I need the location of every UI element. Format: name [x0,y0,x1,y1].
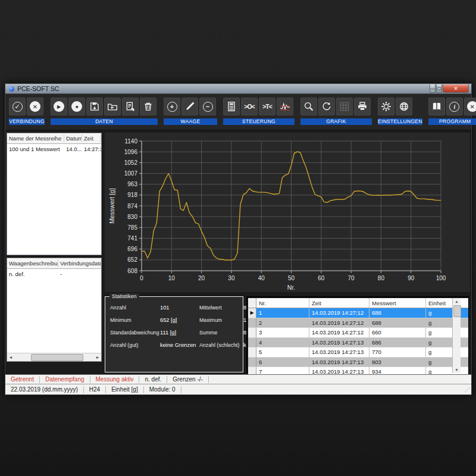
exit-button[interactable]: ✕ [464,98,476,115]
signal-icon [280,101,290,112]
table-row[interactable]: ▶114.03.2019 14:27:12688g [248,308,469,318]
svg-text:785: 785 [127,224,137,231]
row-selector[interactable] [248,367,256,375]
stop-icon: ■ [71,101,82,112]
add-icon: + [167,102,177,112]
connect-icon: ✓ [12,102,23,112]
col-verbindungsdaten[interactable]: Verbindungsdaten [58,259,101,267]
svg-text:40: 40 [258,275,265,281]
edit-button[interactable] [181,98,198,115]
info-icon: i [449,102,459,112]
toolbar-group-grafik: GRAFIK [300,98,372,125]
table-row[interactable]: 514.03.2019 14:27:13770g [248,347,469,358]
table-col-nr[interactable]: Nr. [256,298,309,308]
scroll-right-icon[interactable]: ► [94,354,101,361]
app-icon [9,86,14,92]
svg-text:10: 10 [168,275,176,281]
status-bar-settings: 22.03.2019 (dd.mm.yyyy)H24Einheit [g]Mod… [5,384,471,394]
title-bar[interactable]: PCE-SOFT SC —▢✕ [5,84,471,94]
stop-button[interactable]: ■ [68,98,85,115]
scale-list-item[interactable]: n. def.- [7,269,101,278]
scroll-down-icon[interactable]: ▼ [453,367,461,373]
table-col-zeit[interactable]: Zeit [309,298,369,308]
y-axis-label: Messwert [g] [108,188,115,224]
chart-svg: 1140109610521007963918874830785741696652… [105,133,470,292]
svg-text:830: 830 [127,214,137,220]
svg-text:1140: 1140 [124,138,137,145]
remove-button[interactable]: − [199,98,216,115]
print-button[interactable] [354,98,371,115]
row-selector[interactable] [248,337,256,347]
svg-text:918: 918 [127,192,137,198]
refresh-button[interactable] [318,98,335,115]
start-button[interactable]: ▶ [51,98,67,115]
col-datum[interactable]: Datum [64,134,82,142]
save-button[interactable] [86,98,103,115]
col-waagenbeschreibung[interactable]: Waagenbeschreibung [7,259,58,267]
signal-button[interactable] [277,98,293,115]
col-name-der-messreihe[interactable]: Name der Messreihe [7,134,64,142]
disconnect-button[interactable]: ✕ [27,98,43,115]
calculator-button[interactable] [223,98,240,115]
grid-button[interactable] [336,98,353,115]
table-col-einheit[interactable]: Einheit [426,298,469,308]
scale-list[interactable]: Waagenbeschreibung Verbindungsdaten n. d… [7,258,102,362]
manual-button[interactable] [428,98,445,115]
vertical-scrollbar[interactable]: ▲ ▼ [452,298,461,373]
tare-button[interactable]: >T< [259,98,275,115]
row-selector-header [248,298,256,308]
zoom-button[interactable] [300,98,317,115]
series-list-item[interactable]: 100 und 1 Messwert14.0...14:27:10 [7,144,101,154]
row-selector[interactable] [248,347,256,358]
col-zeit[interactable]: Zeit [82,134,101,142]
horizontal-scrollbar[interactable]: ◄ ► [7,353,101,361]
table-row[interactable]: 714.03.2019 14:27:13934g [248,367,469,375]
maximize-button[interactable]: ▢ [436,84,442,93]
table-row[interactable]: 214.03.2019 14:27:12688g [248,318,469,328]
series-list[interactable]: Name der Messreihe Datum Zeit 100 und 1 … [7,133,102,255]
row-selector[interactable]: ▶ [248,308,256,318]
row-selector[interactable] [248,328,256,338]
stat-label: Summe [199,330,243,336]
scrollbar-thumb[interactable] [453,305,461,317]
table-row[interactable]: 314.03.2019 14:27:12660g [248,328,469,338]
scroll-up-icon[interactable]: ▲ [453,298,461,305]
row-selector[interactable] [248,318,256,328]
disconnect-icon: ✕ [30,101,40,112]
svg-text:20: 20 [198,275,205,281]
import-button[interactable] [104,98,121,115]
svg-text:60: 60 [318,275,325,281]
export-button[interactable] [122,98,139,115]
svg-text:100: 100 [436,275,446,281]
table-row[interactable]: 614.03.2019 14:27:13803g [248,357,469,367]
resize-grip[interactable]: ⋰ [465,387,470,393]
svg-text:608: 608 [127,268,137,274]
status-item: Module: 0 [144,386,181,393]
scroll-left-icon[interactable]: ◄ [7,354,14,361]
info-button[interactable]: i [446,98,463,115]
language-button[interactable] [396,98,412,115]
remove-icon: − [203,102,213,112]
minimize-button[interactable]: — [430,84,436,93]
table-row[interactable]: 414.03.2019 14:27:13686g [248,337,469,347]
tare-icon: >T< [262,103,272,110]
scrollbar-thumb[interactable] [31,354,83,361]
zero-button[interactable]: >O< [241,98,258,115]
add-button[interactable]: + [164,98,180,115]
export-icon [125,101,136,112]
row-selector[interactable] [248,357,256,367]
measurement-table[interactable]: Nr.ZeitMesswertEinheit▶114.03.2019 14:27… [246,296,469,375]
svg-text:652: 652 [127,256,137,263]
table-col-messwert[interactable]: Messwert [369,298,426,308]
toolbar-group-label: WAAGE [164,118,217,125]
import-icon [107,101,118,112]
status-item: 22.03.2019 (dd.mm.yyyy) [5,386,84,393]
toolbar-group-verbindung: ✓✕VERBINDUNG [9,98,45,125]
close-button[interactable]: ✕ [443,84,469,93]
svg-text:696: 696 [127,246,137,252]
connect-button[interactable]: ✓ [9,98,26,115]
delete-button[interactable] [140,98,156,115]
svg-text:0: 0 [140,275,143,281]
settings-button[interactable] [378,98,394,115]
start-icon: ▶ [54,101,64,112]
